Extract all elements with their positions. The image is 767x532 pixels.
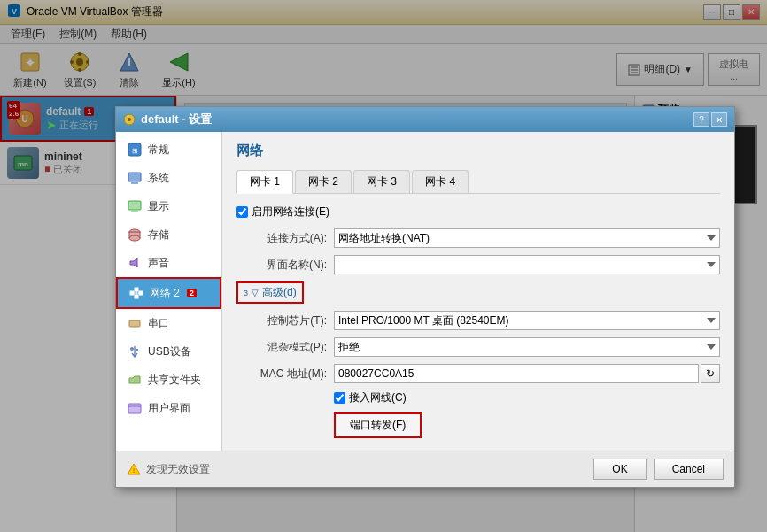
sidebar-item-usb[interactable]: USB设备	[116, 337, 221, 366]
sidebar-item-general[interactable]: ⊞ 常规	[116, 135, 221, 164]
sidebar-item-network[interactable]: 网络 2 2	[116, 277, 221, 309]
svg-text:⊞: ⊞	[132, 147, 138, 155]
tab-nic4[interactable]: 网卡 4	[412, 170, 469, 193]
connection-type-wrapper: 网络地址转换(NAT) 桥接网卡 内部网络 仅主机(Host-Only)网络	[334, 228, 720, 248]
connection-type-label: 连接方式(A):	[236, 231, 334, 246]
enable-network-label: 启用网络连接(E)	[252, 204, 329, 220]
dialog-help-button[interactable]: ?	[693, 112, 709, 127]
mac-refresh-button[interactable]: ↻	[701, 364, 720, 383]
svg-rect-39	[135, 295, 138, 298]
footer-right: OK Cancel	[593, 459, 724, 480]
connection-type-row: 连接方式(A): 网络地址转换(NAT) 桥接网卡 内部网络 仅主机(Host-…	[236, 228, 720, 248]
advanced-arrow-icon: ▽	[252, 288, 259, 297]
svg-rect-44	[129, 320, 140, 327]
interface-name-label: 界面名称(N):	[236, 258, 334, 273]
interface-name-row: 界面名称(N):	[236, 255, 720, 274]
promiscuous-select[interactable]: 拒绝 允许虚拟机 全部允许	[334, 337, 720, 357]
svg-rect-37	[135, 288, 138, 291]
dialog-title-bar: default - 设置 ? ✕	[116, 107, 734, 132]
svg-point-48	[130, 347, 134, 351]
cable-connect-label: 接入网线(C)	[349, 390, 407, 405]
dialog-title-text: default - 设置	[141, 112, 212, 127]
sidebar-label-shared: 共享文件夹	[148, 373, 201, 388]
svg-text:!: !	[133, 466, 136, 474]
advanced-toggle[interactable]: 3 ▽ 高级(d)	[236, 281, 304, 304]
promiscuous-wrapper: 拒绝 允许虚拟机 全部允许	[334, 337, 720, 357]
tab-nic3[interactable]: 网卡 3	[353, 170, 410, 193]
dialog-content: 网络 网卡 1 网卡 2 网卡 3 网卡 4 启用网络连接(E) 连接方式(A)…	[222, 132, 734, 451]
settings-dialog-icon	[123, 113, 136, 126]
dialog-title-left: default - 设置	[123, 112, 212, 127]
invalid-settings-text: 发现无效设置	[146, 462, 210, 477]
port-forward-button[interactable]: 端口转发(F)	[334, 412, 422, 438]
advanced-fields: 控制芯片(T): Intel PRO/1000 MT 桌面 (82540EM) …	[236, 311, 720, 438]
dialog-sidebar: ⊞ 常规 系统 显示	[116, 132, 222, 451]
svg-point-34	[129, 235, 140, 241]
control-chip-select[interactable]: Intel PRO/1000 MT 桌面 (82540EM)	[334, 311, 720, 330]
sidebar-label-display: 显示	[148, 199, 169, 214]
mac-input-group: ↻	[334, 364, 720, 383]
refresh-icon: ↻	[706, 367, 715, 380]
tab-nic2[interactable]: 网卡 2	[295, 170, 352, 193]
invalid-settings-icon: !	[127, 462, 141, 476]
svg-marker-35	[130, 258, 137, 267]
dialog-overlay: default - 设置 ? ✕ ⊞ 常规	[0, 0, 767, 532]
cable-connect-checkbox[interactable]	[334, 392, 345, 404]
sidebar-label-serial: 串口	[148, 316, 169, 331]
sidebar-label-network: 网络 2	[150, 286, 180, 301]
ok-button[interactable]: OK	[593, 459, 646, 480]
sidebar-item-ui[interactable]: 用户界面	[116, 394, 221, 422]
system-sidebar-icon	[127, 170, 143, 186]
sidebar-item-shared[interactable]: 共享文件夹	[116, 366, 221, 394]
sidebar-item-audio[interactable]: 声音	[116, 249, 221, 277]
settings-dialog: default - 设置 ? ✕ ⊞ 常规	[115, 106, 735, 488]
sidebar-item-display[interactable]: 显示	[116, 192, 221, 220]
sidebar-label-audio: 声音	[148, 256, 169, 271]
cable-connect-row: 接入网线(C)	[236, 390, 720, 405]
sidebar-item-serial[interactable]: 串口	[116, 309, 221, 337]
dialog-close-button[interactable]: ✕	[711, 112, 727, 127]
control-chip-label: 控制芯片(T):	[236, 313, 334, 328]
mac-input[interactable]	[334, 364, 699, 383]
svg-rect-29	[131, 182, 138, 184]
dialog-controls: ? ✕	[693, 112, 727, 127]
promiscuous-label: 混杂模式(P):	[236, 340, 334, 355]
network-section-title: 网络	[236, 143, 720, 159]
sidebar-item-storage[interactable]: 存储	[116, 220, 221, 249]
control-chip-row: 控制芯片(T): Intel PRO/1000 MT 桌面 (82540EM)	[236, 311, 720, 330]
svg-rect-50	[128, 404, 141, 413]
shared-sidebar-icon	[127, 372, 143, 388]
enable-network-row: 启用网络连接(E)	[236, 204, 720, 220]
ui-sidebar-icon	[127, 400, 143, 416]
tab-bar: 网卡 1 网卡 2 网卡 3 网卡 4	[236, 170, 720, 194]
advanced-section: 3 ▽ 高级(d)	[236, 281, 720, 304]
advanced-label: 高级(d)	[262, 285, 297, 300]
control-chip-wrapper: Intel PRO/1000 MT 桌面 (82540EM)	[334, 311, 720, 330]
promiscuous-row: 混杂模式(P): 拒绝 允许虚拟机 全部允许	[236, 337, 720, 357]
sidebar-label-ui: 用户界面	[148, 401, 190, 416]
display-sidebar-icon	[127, 198, 143, 214]
cancel-button[interactable]: Cancel	[654, 459, 724, 480]
mac-label: MAC 地址(M):	[236, 366, 334, 382]
dialog-body: ⊞ 常规 系统 显示	[116, 132, 734, 451]
footer-left: ! 发现无效设置	[127, 462, 210, 477]
usb-sidebar-icon	[127, 343, 143, 359]
storage-sidebar-icon	[127, 227, 143, 243]
enable-network-checkbox[interactable]	[236, 206, 248, 218]
dialog-footer: ! 发现无效设置 OK Cancel	[116, 451, 734, 487]
connection-type-select[interactable]: 网络地址转换(NAT) 桥接网卡 内部网络 仅主机(Host-Only)网络	[334, 228, 720, 248]
sidebar-item-system[interactable]: 系统	[116, 164, 221, 192]
port-forward-row: 端口转发(F)	[236, 412, 720, 438]
interface-name-select[interactable]	[334, 255, 720, 274]
tab-nic1[interactable]: 网卡 1	[236, 170, 293, 194]
mac-row: MAC 地址(M): ↻	[236, 364, 720, 383]
port-forward-label: 端口转发(F)	[350, 419, 406, 431]
network-sidebar-icon	[128, 285, 144, 301]
sidebar-label-usb: USB设备	[148, 344, 191, 359]
advanced-step-badge: 3	[244, 289, 248, 297]
svg-rect-31	[131, 211, 138, 212]
svg-rect-30	[128, 201, 141, 210]
svg-rect-38	[139, 291, 143, 295]
audio-sidebar-icon	[127, 255, 143, 271]
interface-name-wrapper	[334, 255, 720, 274]
